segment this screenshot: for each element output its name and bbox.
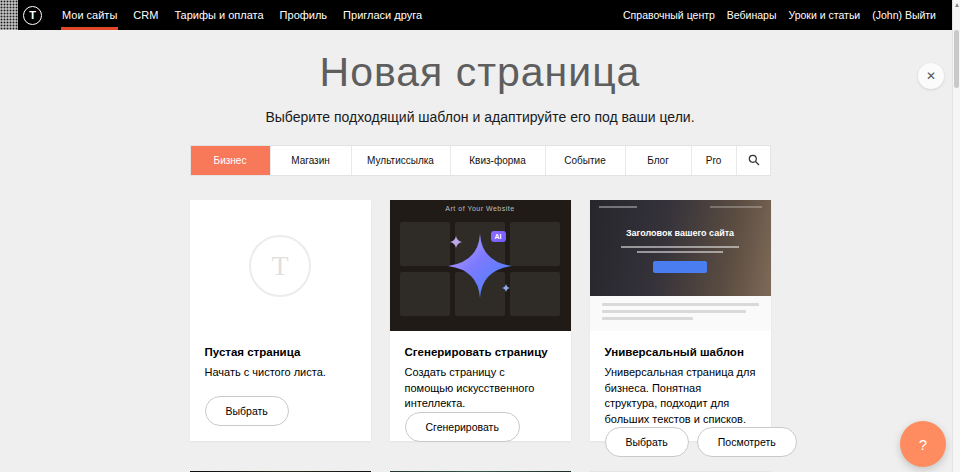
blank-page-preview: T	[190, 200, 371, 331]
preview-hero-section: Заголовок вашего сайта	[590, 200, 771, 296]
nav-my-sites[interactable]: Мои сайты	[54, 0, 125, 30]
template-card-blank-page: T Пустая страница Начать с чистого листа…	[190, 200, 371, 441]
nav-help-center[interactable]: Справочный центр	[617, 0, 721, 30]
card-actions: Выбрать	[205, 396, 356, 426]
generate-button[interactable]: Сгенерировать	[405, 412, 520, 442]
card-title: Универсальный шаблон	[605, 346, 756, 358]
page-title: Новая страница	[0, 49, 960, 96]
card-body: Сгенерировать страницу Создать страницу …	[390, 331, 571, 457]
tilda-watermark-circle: T	[249, 235, 311, 297]
template-card-ai-generate: Art of Your Website	[390, 200, 571, 441]
preview-universal-button[interactable]: Посмотреть	[697, 427, 797, 457]
card-title: Сгенерировать страницу	[405, 346, 556, 358]
ai-sparkle-icon	[434, 220, 526, 316]
universal-preview-image: Заголовок вашего сайта	[590, 200, 771, 331]
card-body: Универсальный шаблон Универсальная стран…	[590, 331, 771, 472]
choose-universal-button[interactable]: Выбрать	[605, 427, 689, 457]
ai-badge: AI	[491, 231, 506, 242]
tilda-logo-letter: T	[29, 9, 36, 21]
card-description: Универсальная страница для бизнеса. Поня…	[605, 365, 756, 427]
question-mark-icon: ?	[919, 436, 927, 453]
search-icon	[748, 154, 760, 168]
nav-logout[interactable]: (John) Выйти	[866, 0, 942, 30]
close-icon: ✕	[926, 70, 936, 82]
preview-hero-title: Заголовок вашего сайта	[590, 228, 771, 238]
ai-preview-image: Art of Your Website	[390, 200, 571, 331]
card-description: Создать страницу с помощью искусственног…	[405, 365, 556, 412]
halftone-pattern-decoration	[0, 0, 18, 30]
preview-cta-button	[653, 261, 707, 273]
nav-webinars[interactable]: Вебинары	[721, 0, 783, 30]
nav-crm[interactable]: CRM	[125, 0, 166, 30]
scroll-up-arrow-icon	[955, 3, 959, 7]
card-description: Начать с чистого листа.	[205, 365, 356, 381]
nav-invite-friend[interactable]: Пригласи друга	[335, 0, 430, 30]
template-grid: T Пустая страница Начать с чистого листа…	[190, 200, 771, 441]
card-body: Пустая страница Начать с чистого листа. …	[190, 331, 371, 441]
secondary-nav: Справочный центр Вебинары Уроки и статьи…	[617, 0, 942, 30]
nav-lessons-articles[interactable]: Уроки и статьи	[782, 0, 866, 30]
ai-preview-caption: Art of Your Website	[390, 205, 571, 212]
card-actions: Сгенерировать	[405, 412, 556, 442]
topbar: T Мои сайты CRM Тарифы и оплата Профиль …	[0, 0, 960, 30]
close-button[interactable]: ✕	[918, 63, 944, 89]
tab-event[interactable]: Событие	[545, 146, 625, 175]
page-subtitle: Выберите подходящий шаблон и адаптируйте…	[0, 109, 960, 125]
screen: T Мои сайты CRM Тарифы и оплата Профиль …	[0, 0, 960, 472]
primary-nav: Мои сайты CRM Тарифы и оплата Профиль Пр…	[54, 0, 430, 30]
help-button[interactable]: ?	[900, 421, 946, 467]
choose-blank-button[interactable]: Выбрать	[205, 396, 289, 426]
preview-text-section	[590, 296, 771, 331]
scrollbar-thumb[interactable]	[954, 30, 959, 88]
nav-profile[interactable]: Профиль	[272, 0, 336, 30]
tab-pro[interactable]: Pro	[691, 146, 736, 175]
card-title: Пустая страница	[205, 346, 356, 358]
template-card-universal: Заголовок вашего сайта Универсальный шаб…	[590, 200, 771, 441]
new-page-panel: ✕ Новая страница Выберите подходящий шаб…	[0, 49, 960, 472]
scrollbar[interactable]	[952, 0, 960, 472]
tilda-logo[interactable]: T	[23, 6, 42, 25]
card-actions: Выбрать Посмотреть	[605, 427, 756, 457]
tab-quiz-form[interactable]: Квиз-форма	[450, 146, 545, 175]
template-category-tabs: Бизнес Магазин Мультиссылка Квиз-форма С…	[190, 145, 771, 176]
nav-tariffs-payment[interactable]: Тарифы и оплата	[166, 0, 271, 30]
tab-shop[interactable]: Магазин	[270, 146, 351, 175]
tab-search[interactable]	[736, 146, 772, 175]
tab-business[interactable]: Бизнес	[191, 146, 270, 175]
tab-blog[interactable]: Блог	[625, 146, 691, 175]
tab-multilink[interactable]: Мультиссылка	[351, 146, 450, 175]
tilda-watermark-letter: T	[271, 250, 288, 282]
